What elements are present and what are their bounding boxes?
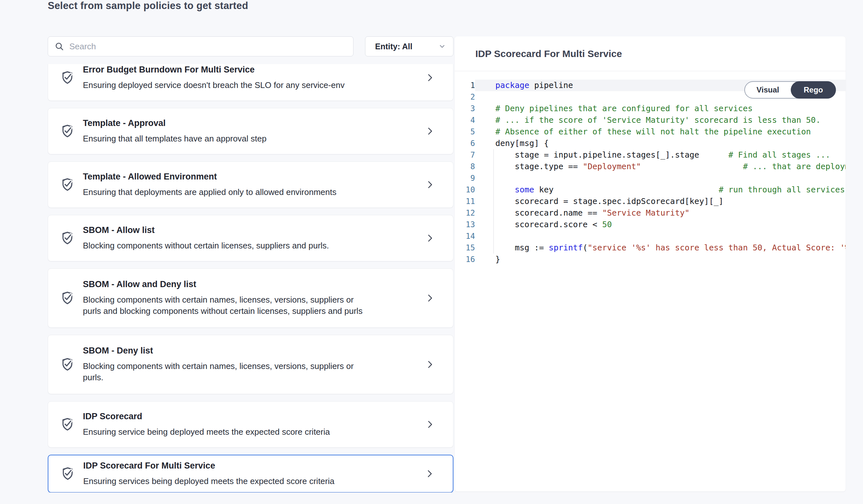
line-number: 9 <box>455 172 475 184</box>
policy-card[interactable]: Template - Allowed Environment Ensuring … <box>48 161 453 208</box>
shield-check-icon <box>60 466 75 481</box>
shield-check-icon <box>60 230 75 246</box>
visual-rego-toggle[interactable]: Visual Rego <box>744 81 836 99</box>
line-number: 14 <box>455 230 475 242</box>
policy-card[interactable]: SBOM - Allow list Blocking components wi… <box>48 215 453 261</box>
line-number: 15 <box>455 242 475 254</box>
policy-list-column: Entity: All Error Budget Burndown For Mu… <box>48 36 453 493</box>
code-line: 13 scorecard.score < 50 <box>455 219 846 230</box>
policy-card[interactable]: SBOM - Deny list Blocking components wit… <box>48 335 453 394</box>
line-number: 16 <box>455 254 475 265</box>
code-line: 6deny[msg] { <box>455 138 846 149</box>
line-number: 3 <box>455 103 475 114</box>
policy-description: Ensuring service being deployed meets th… <box>83 426 330 438</box>
policy-detail-panel: IDP Scorecard For Multi Service Visual R… <box>455 36 846 491</box>
code-line: 12 scorecard.name == "Service Maturity" <box>455 207 846 219</box>
chevron-right-icon <box>425 73 435 83</box>
code-line: 5# Absence of either of these will not h… <box>455 126 846 138</box>
policy-description: Blocking components without certain lice… <box>83 240 329 251</box>
policy-description: Ensuring deployed service doesn't breach… <box>83 80 345 91</box>
shield-check-icon <box>60 124 75 139</box>
line-number: 4 <box>455 114 475 126</box>
policy-title: SBOM - Deny list <box>83 346 354 356</box>
indent-guide <box>493 149 494 254</box>
search-box[interactable] <box>48 36 353 56</box>
policy-title: Error Budget Burndown For Multi Service <box>83 65 345 75</box>
detail-title: IDP Scorecard For Multi Service <box>475 48 622 59</box>
policy-title: IDP Scorecard <box>83 412 330 422</box>
code-line: 8 stage.type == "Deployment" # ... that … <box>455 161 846 172</box>
shield-check-icon <box>60 70 75 86</box>
line-number: 7 <box>455 149 475 161</box>
code-line: 9 <box>455 172 846 184</box>
line-number: 8 <box>455 161 475 172</box>
line-number: 6 <box>455 138 475 149</box>
chevron-right-icon <box>425 293 435 303</box>
page-title: Select from sample policies to get start… <box>48 0 248 12</box>
policy-title: SBOM - Allow and Deny list <box>83 280 362 289</box>
policy-title: SBOM - Allow list <box>83 225 329 235</box>
policy-card[interactable]: SBOM - Allow and Deny list Blocking comp… <box>48 269 453 328</box>
policy-description: Ensuring services being deployed meets t… <box>83 476 335 487</box>
chevron-right-icon <box>425 419 435 429</box>
line-number: 13 <box>455 219 475 230</box>
search-icon <box>54 41 64 51</box>
policy-card[interactable]: Error Budget Burndown For Multi Service … <box>48 64 453 101</box>
chevron-right-icon <box>425 180 435 190</box>
line-number: 12 <box>455 207 475 219</box>
shield-check-icon <box>60 357 75 372</box>
policy-card[interactable]: Template - Approval Ensuring that all te… <box>48 108 453 154</box>
chevron-right-icon <box>424 468 435 479</box>
line-number: 10 <box>455 184 475 196</box>
chevron-down-icon <box>438 42 446 50</box>
chevron-right-icon <box>425 359 435 370</box>
policy-list: Error Budget Burndown For Multi Service … <box>48 64 453 493</box>
entity-filter-dropdown[interactable]: Entity: All <box>365 36 453 56</box>
code-line: 7 stage = input.pipeline.stages[_].stage… <box>455 149 846 161</box>
code-line: 4# ... if the score of 'Service Maturity… <box>455 114 846 126</box>
code-line: 14 <box>455 230 846 242</box>
policy-title: Template - Approval <box>83 118 266 128</box>
policy-card[interactable]: IDP Scorecard For Multi Service Ensuring… <box>48 455 453 493</box>
policy-description: Ensuring that deployments are applied on… <box>83 186 336 198</box>
rego-code-editor: 1package pipeline23# Deny pipelines that… <box>455 71 846 265</box>
code-line: 3# Deny pipelines that are configured fo… <box>455 103 846 114</box>
shield-check-icon <box>60 417 75 432</box>
policy-card[interactable]: IDP Scorecard Ensuring service being dep… <box>48 401 453 448</box>
chevron-right-icon <box>425 233 435 243</box>
list-toolbar: Entity: All <box>48 36 453 56</box>
code-line: 15 msg := sprintf("service '%s' has scor… <box>455 242 846 254</box>
line-number: 1 <box>455 80 475 91</box>
line-number: 11 <box>455 196 475 207</box>
code-line: 10 some key # run through all services <box>455 184 846 196</box>
line-number: 2 <box>455 91 475 103</box>
search-input[interactable] <box>69 41 347 52</box>
policy-description: Ensuring that all templates have an appr… <box>83 133 266 144</box>
policy-description: Blocking components with certain names, … <box>83 361 354 383</box>
detail-header: IDP Scorecard For Multi Service <box>455 36 846 71</box>
toggle-option-visual[interactable]: Visual <box>745 86 791 94</box>
toggle-option-rego[interactable]: Rego <box>791 81 836 99</box>
line-number: 5 <box>455 126 475 138</box>
code-line: 11 scorecard = stage.spec.idpScorecard[k… <box>455 196 846 207</box>
policy-title: IDP Scorecard For Multi Service <box>83 461 335 471</box>
shield-check-icon <box>60 290 75 306</box>
policy-title: Template - Allowed Environment <box>83 172 336 182</box>
entity-filter-label: Entity: All <box>375 42 412 51</box>
code-line: 16} <box>455 254 846 265</box>
chevron-right-icon <box>425 126 435 136</box>
shield-check-icon <box>60 177 75 192</box>
policy-description: Blocking components with certain names, … <box>83 294 362 317</box>
